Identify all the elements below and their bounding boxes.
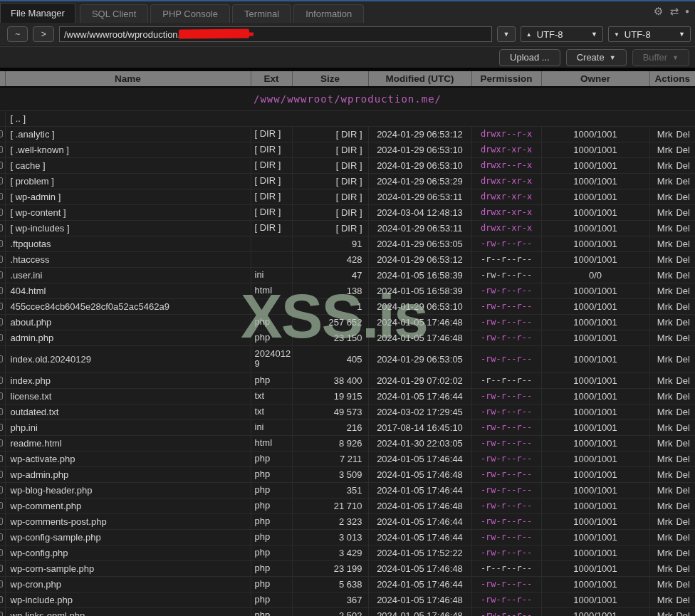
file-permission-link[interactable]: drwxr--r-x xyxy=(471,126,541,142)
row-checkbox[interactable] xyxy=(0,502,3,509)
delete-action-link[interactable]: Del xyxy=(676,223,690,234)
file-permission-link[interactable]: -rw-r--r-- xyxy=(471,607,541,616)
file-name-link[interactable]: [ wp-includes ] xyxy=(5,220,251,236)
delete-action-link[interactable]: Del xyxy=(676,129,690,140)
row-checkbox[interactable] xyxy=(0,377,3,384)
file-name-link[interactable]: [ wp-admin ] xyxy=(5,189,251,204)
row-checkbox[interactable] xyxy=(0,303,3,310)
file-permission-link[interactable]: -rw-r--r-- xyxy=(471,482,541,498)
file-permission-link[interactable]: -rw-r--r-- xyxy=(471,592,541,607)
buffer-button[interactable]: Buffer ▼ xyxy=(632,49,689,66)
mark-action-link[interactable]: Mrk xyxy=(657,422,673,433)
mark-action-link[interactable]: Mrk xyxy=(657,532,673,543)
row-checkbox[interactable] xyxy=(0,392,3,400)
mark-action-link[interactable]: Mrk xyxy=(657,301,673,312)
file-permission-link[interactable]: -rw-r--r-- xyxy=(471,314,541,330)
file-name-link[interactable]: wp-links-opml.php xyxy=(5,607,251,616)
row-checkbox[interactable] xyxy=(0,162,3,169)
delete-action-link[interactable]: Del xyxy=(676,192,690,202)
mark-action-link[interactable]: Mrk xyxy=(657,286,673,296)
row-checkbox[interactable] xyxy=(0,209,3,216)
mark-action-link[interactable]: Mrk xyxy=(657,407,673,417)
delete-action-link[interactable]: Del xyxy=(676,438,690,449)
file-permission-link[interactable]: -rw-r--r-- xyxy=(471,267,541,283)
mark-action-link[interactable]: Mrk xyxy=(657,354,673,365)
file-name-link[interactable]: .user.ini xyxy=(5,267,251,283)
delete-action-link[interactable]: Del xyxy=(676,532,690,543)
delete-action-link[interactable]: Del xyxy=(676,375,690,386)
file-name-link[interactable]: about.php xyxy=(5,314,251,330)
mark-action-link[interactable]: Mrk xyxy=(657,176,673,187)
row-checkbox[interactable] xyxy=(0,565,3,572)
file-permission-link[interactable]: -rw-r--r-- xyxy=(471,435,541,451)
file-permission-link[interactable]: -rw-r--r-- xyxy=(471,419,541,435)
delete-action-link[interactable]: Del xyxy=(676,469,690,480)
file-name-link[interactable]: 404.html xyxy=(5,283,251,298)
mark-action-link[interactable]: Mrk xyxy=(657,207,673,218)
tab-terminal[interactable]: Terminal xyxy=(232,4,291,23)
file-permission-link[interactable]: -rw-r--r-- xyxy=(471,576,541,592)
file-name-link[interactable]: .htaccess xyxy=(5,251,251,267)
create-button[interactable]: Create ▼ xyxy=(566,49,627,66)
path-input[interactable] xyxy=(59,26,492,42)
column-header-ext[interactable]: Ext xyxy=(251,71,292,87)
row-checkbox[interactable] xyxy=(0,424,3,431)
gear-icon[interactable]: ⚙ xyxy=(654,6,663,16)
file-permission-link[interactable]: -rw-r--r-- xyxy=(471,345,541,372)
row-checkbox[interactable] xyxy=(0,549,3,556)
row-checkbox[interactable] xyxy=(0,334,3,341)
file-name-link[interactable]: wp-corn-sample.php xyxy=(5,560,251,576)
delete-action-link[interactable]: Del xyxy=(676,454,690,464)
tab-information[interactable]: Information xyxy=(293,4,364,23)
file-permission-link[interactable]: -r--r--r-- xyxy=(471,372,541,388)
file-name-link[interactable]: wp-comments-post.php xyxy=(5,513,251,529)
delete-action-link[interactable]: Del xyxy=(676,422,690,433)
delete-action-link[interactable]: Del xyxy=(676,176,690,187)
file-permission-link[interactable]: -rw-r--r-- xyxy=(471,388,541,404)
row-checkbox[interactable] xyxy=(0,439,3,447)
file-permission-link[interactable]: -rw-r--r-- xyxy=(471,283,541,298)
mark-action-link[interactable]: Mrk xyxy=(657,254,673,265)
row-checkbox[interactable] xyxy=(0,193,3,200)
column-header-actions[interactable]: Actions xyxy=(649,71,695,87)
row-checkbox[interactable] xyxy=(0,455,3,462)
delete-action-link[interactable]: Del xyxy=(676,548,690,558)
row-checkbox[interactable] xyxy=(0,471,3,478)
encoding-select-upload[interactable]: ▲UTF-8▼ xyxy=(521,26,603,42)
go-button[interactable]: > xyxy=(33,26,53,42)
mark-action-link[interactable]: Mrk xyxy=(657,548,673,558)
file-name-link[interactable]: wp-config-sample.php xyxy=(5,529,251,545)
delete-action-link[interactable]: Del xyxy=(676,407,690,417)
delete-action-link[interactable]: Del xyxy=(676,610,690,616)
mark-action-link[interactable]: Mrk xyxy=(657,239,673,249)
delete-action-link[interactable]: Del xyxy=(676,270,690,281)
mark-action-link[interactable]: Mrk xyxy=(657,485,673,496)
path-history-dropdown-button[interactable]: ▼ xyxy=(497,26,516,42)
file-permission-link[interactable]: -rw-r--r-- xyxy=(471,330,541,345)
row-checkbox[interactable] xyxy=(0,271,3,278)
mark-action-link[interactable]: Mrk xyxy=(657,270,673,281)
delete-action-link[interactable]: Del xyxy=(676,516,690,527)
file-name-link[interactable]: .ftpquotas xyxy=(5,236,251,251)
row-checkbox[interactable] xyxy=(0,224,3,231)
file-permission-link[interactable]: -rw-r--r-- xyxy=(471,529,541,545)
tab-php-console[interactable]: PHP Console xyxy=(150,4,230,23)
file-name-link[interactable]: [ wp-content ] xyxy=(5,204,251,220)
file-name-link[interactable]: index.php xyxy=(5,372,251,388)
file-name-link[interactable]: [ cache ] xyxy=(5,157,251,173)
file-permission-link[interactable]: -rw-r--r-- xyxy=(471,451,541,466)
mark-action-link[interactable]: Mrk xyxy=(657,516,673,527)
delete-action-link[interactable]: Del xyxy=(676,160,690,171)
mark-action-link[interactable]: Mrk xyxy=(657,129,673,140)
file-permission-link[interactable]: -rw-r--r-- xyxy=(471,404,541,419)
mark-action-link[interactable]: Mrk xyxy=(657,160,673,171)
encoding-select-download[interactable]: ▼UTF-8▼ xyxy=(608,26,691,42)
file-name-link[interactable]: [ problem ] xyxy=(5,173,251,189)
mark-action-link[interactable]: Mrk xyxy=(657,563,673,574)
delete-action-link[interactable]: Del xyxy=(676,333,690,343)
file-permission-link[interactable]: -rw-r--r-- xyxy=(471,298,541,314)
delete-action-link[interactable]: Del xyxy=(676,354,690,365)
row-checkbox[interactable] xyxy=(0,130,3,137)
file-name-link[interactable]: index.old.20240129 xyxy=(5,345,251,372)
delete-action-link[interactable]: Del xyxy=(676,286,690,296)
